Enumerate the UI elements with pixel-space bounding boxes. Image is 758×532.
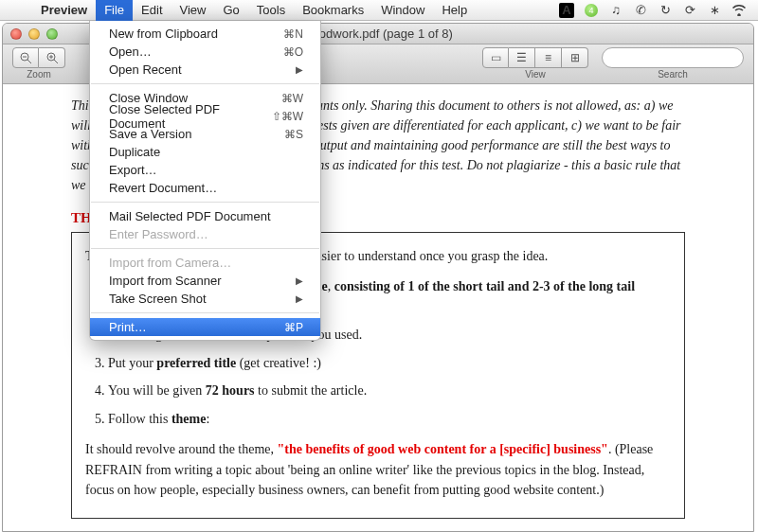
file-menu-dropdown: New from Clipboard⌘N Open…⌘O Open Recent… [89,21,321,341]
menubar-view[interactable]: View [171,0,215,21]
zoom-in-button[interactable] [39,47,65,68]
toolbar-label: Zoom [27,69,51,80]
menu-duplicate[interactable]: Duplicate [90,143,320,161]
menubar-app[interactable]: Preview [32,0,96,21]
menu-separator [91,202,319,203]
svg-line-4 [54,60,58,63]
menu-mail-selected[interactable]: Mail Selected PDF Document [90,207,320,225]
menu-label: Open… [109,44,152,59]
menu-import-camera: Import from Camera… [90,254,320,272]
menubar: Preview File Edit View Go Tools Bookmark… [0,0,758,21]
time-machine-icon[interactable]: ↻ [658,3,673,18]
view-thumbnails-button[interactable]: ☰ [509,47,535,68]
menu-separator [91,248,319,249]
list-item: Put your preferred title (get creative! … [108,353,671,374]
view-content-only-button[interactable]: ▭ [482,47,509,68]
menubar-file[interactable]: File [96,0,133,21]
bluetooth-icon[interactable]: ∗ [707,3,722,18]
zoom-out-button[interactable] [12,47,39,68]
toolbar-label: View [525,69,546,80]
toolbar-zoom-group: Zoom [12,47,65,80]
apple-logo-icon[interactable] [8,3,23,18]
menu-close-selected[interactable]: Close Selected PDF Document⇧⌘W [90,107,320,125]
theme-paragraph: It should revolve around the theme, "the… [85,439,671,501]
shortcut: ⇧⌘W [272,110,303,123]
menu-export[interactable]: Export… [90,161,320,179]
menubar-tools[interactable]: Tools [248,0,294,21]
menu-separator [91,312,319,313]
menu-open[interactable]: Open…⌘O [90,43,320,61]
menu-revert[interactable]: Revert Document… [90,179,320,197]
list-item: Follow this theme: [108,409,671,430]
submenu-arrow-icon: ▶ [296,275,303,286]
menubar-edit[interactable]: Edit [133,0,171,21]
facetime-icon[interactable]: ✆ [633,3,648,18]
menu-label: Take Screen Shot [109,292,207,306]
toolbar-label: Search [658,69,688,80]
zoom-icon[interactable] [46,28,58,40]
shortcut: ⌘W [281,92,303,105]
wifi-icon[interactable] [731,3,747,18]
view-toc-button[interactable]: ≡ [535,47,562,68]
view-contact-sheet-button[interactable]: ⊞ [562,47,588,68]
svg-line-1 [27,60,31,63]
menubar-window[interactable]: Window [372,0,433,21]
menubar-go[interactable]: Go [214,0,247,21]
menu-import-scanner[interactable]: Import from Scanner▶ [90,272,320,290]
menu-new-from-clipboard[interactable]: New from Clipboard⌘N [90,25,320,43]
menu-label: Enter Password… [109,227,208,241]
menu-take-screenshot[interactable]: Take Screen Shot▶ [90,290,320,308]
toolbar-search-group: Search [602,47,744,80]
submenu-arrow-icon: ▶ [296,64,303,75]
menubar-status-area: A 4 ♫ ✆ ↻ ⟳ ∗ [559,3,750,18]
menubar-help[interactable]: Help [433,0,476,21]
menu-print[interactable]: Print…⌘P [90,318,320,336]
menu-save-version[interactable]: Save a Version⌘S [90,125,320,143]
handwritten-quote: "the benefits of good web content for a … [278,442,608,456]
shortcut: ⌘S [284,128,303,141]
menubar-bookmarks[interactable]: Bookmarks [294,0,372,21]
submenu-arrow-icon: ▶ [296,293,303,304]
traffic-lights [10,28,58,40]
menu-label: Print… [109,320,147,334]
list-item: You will be given 72 hours to submit the… [108,381,671,401]
sync-icon[interactable]: ⟳ [682,3,697,18]
menu-label: Open Recent [109,62,182,77]
menu-label: Save a Version [109,127,191,141]
menu-label: Duplicate [109,145,160,159]
search-input[interactable] [602,47,744,68]
close-icon[interactable] [10,28,22,40]
minimize-icon[interactable] [28,28,40,40]
shortcut: ⌘P [284,321,303,334]
menu-label: New from Clipboard [109,27,218,41]
menu-label: Import from Scanner [109,274,222,288]
menu-label: Mail Selected PDF Document [109,209,271,223]
menu-label: Import from Camera… [109,256,231,270]
itunes-icon[interactable]: ♫ [608,3,623,18]
menu-open-recent[interactable]: Open Recent▶ [90,61,320,79]
menu-separator [91,83,319,84]
menu-enter-password: Enter Password… [90,225,320,243]
toolbar-view-group: ▭ ☰ ≡ ⊞ View [482,47,588,80]
shortcut: ⌘O [283,45,303,59]
adobe-icon[interactable]: A [559,3,574,18]
shortcut: ⌘N [283,27,303,41]
menu-label: Revert Document… [109,181,217,195]
menu-label: Export… [109,163,157,177]
spotify-icon[interactable]: 4 [584,3,599,18]
